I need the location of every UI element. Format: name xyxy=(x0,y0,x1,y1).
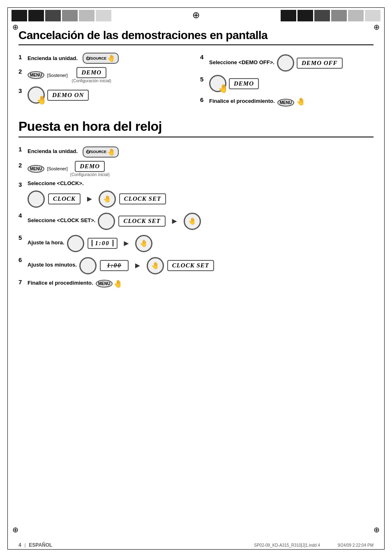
display-time-s5: 1:00 xyxy=(88,238,118,249)
source-button-s2[interactable]: ⏻/SOURCE 🤚 xyxy=(83,146,119,158)
step1-num: 1 xyxy=(18,53,26,60)
s2-step3-content: Seleccione <CLOCK>. CLOCK ► 🤚 CLOCK SET xyxy=(28,180,374,208)
display-demo-s2b: DEMO xyxy=(75,161,105,172)
knob-hand-s2-step6b: 🤚 xyxy=(151,262,159,269)
step6-label: Finalice el procedimiento. xyxy=(209,98,275,104)
menu-button-s6[interactable]: MENU xyxy=(277,99,294,107)
s2-step5: 5 Ajuste la hora. 1:00 ► 🤚 xyxy=(18,233,374,252)
s2-step2-num: 2 xyxy=(18,161,26,169)
file-info-text: SP02-09_KD-A315_R310[J]1.indd 4 xyxy=(254,543,320,548)
step6-content: Finalice el procedimiento. MENU 🤚 xyxy=(209,95,374,107)
section1-col-left: 1 Encienda la unidad. ⏻/SOURCE 🤚 2 xyxy=(18,53,192,110)
footer-file-info: SP02-09_KD-A315_R310[J]1.indd 4 9/24/09 … xyxy=(254,543,374,548)
s2-step3: 3 Seleccione <CLOCK>. CLOCK ► 🤚 CLOCK SE… xyxy=(18,180,374,208)
display-demo-s2: DEMO xyxy=(76,67,106,78)
knob-s2-step5b: 🤚 xyxy=(135,235,152,252)
menu-hand-s7: 🤚 xyxy=(113,279,122,288)
page-border-right xyxy=(384,7,385,550)
section1-step3: 3 🤚 DEMO ON xyxy=(18,86,192,104)
display-time-s6: 1:00 xyxy=(100,260,129,271)
menu-button-s2c[interactable]: MENU xyxy=(96,280,113,288)
step1-label: Encienda la unidad. xyxy=(28,55,78,61)
s2-step1-content: Encienda la unidad. ⏻/SOURCE 🤚 xyxy=(28,145,374,158)
time-cursor-s5b xyxy=(110,240,113,246)
s2-step4-num: 4 xyxy=(18,211,26,219)
s2-step4-label: Seleccione <CLOCK SET>. xyxy=(28,217,95,223)
knob-hand-step5: 🤚 xyxy=(218,84,228,93)
s2-step3-label: Seleccione <CLOCK>. xyxy=(28,180,84,186)
main-content: Cancelación de las demostraciones en pan… xyxy=(18,29,374,536)
s2-step1: 1 Encienda la unidad. ⏻/SOURCE 🤚 xyxy=(18,145,374,158)
step2-num: 2 xyxy=(18,67,26,75)
header-block-1 xyxy=(12,10,27,21)
header-block-r1 xyxy=(281,10,296,21)
s2-step6-label: Ajuste los minutos. xyxy=(28,262,77,268)
section2-title: Puesta en hora del reloj xyxy=(18,119,374,134)
menu-btn-label-s6: MENU xyxy=(280,100,292,105)
step6-num: 6 xyxy=(200,95,208,103)
header-block-6 xyxy=(96,10,111,21)
step1-content: Encienda la unidad. ⏻/SOURCE 🤚 xyxy=(28,53,192,64)
corner-compass-tr: ⊕ xyxy=(374,23,380,32)
step2-content: MENU [Sostener] DEMO (Configuración inic… xyxy=(28,67,192,83)
footer-separator: | xyxy=(25,543,26,548)
knob-s2-step3b: 🤚 xyxy=(99,190,116,208)
display-clock: CLOCK xyxy=(48,193,81,204)
section1-divider xyxy=(18,44,374,45)
knob-hand-s2-step5b: 🤚 xyxy=(140,239,148,247)
arrow-s2-step5: ► xyxy=(122,239,131,248)
knob-step4 xyxy=(277,54,294,72)
s2-step1-label: Encienda la unidad. xyxy=(28,148,78,154)
s2-step5-content: Ajuste la hora. 1:00 ► 🤚 xyxy=(28,233,374,252)
header-block-4 xyxy=(62,10,78,21)
header-block-5 xyxy=(79,10,95,21)
section1-step1: 1 Encienda la unidad. ⏻/SOURCE 🤚 xyxy=(18,53,192,64)
header-block-r6 xyxy=(365,10,380,21)
source-button[interactable]: ⏻/SOURCE 🤚 xyxy=(83,53,119,64)
menu-button-s2b[interactable]: MENU xyxy=(28,165,44,173)
page-num-area: 4 | ESPAÑOL xyxy=(18,542,52,548)
header-block-3 xyxy=(45,10,61,21)
section1-title: Cancelación de las demostraciones en pan… xyxy=(18,29,374,42)
step5-num: 5 xyxy=(200,75,208,83)
knob-hand-s2-step3b: 🤚 xyxy=(103,195,111,203)
display-clock-set-s6: CLOCK SET xyxy=(167,260,214,271)
page-border-left xyxy=(7,7,8,550)
display-demo-off: DEMO OFF xyxy=(297,58,343,69)
step3-num: 3 xyxy=(18,86,26,94)
source-btn-label-s2: ⏻/SOURCE xyxy=(86,150,106,154)
s2-step1-num: 1 xyxy=(18,145,26,153)
s2-step2-content: MENU [Sostener] DEMO (Configuración inic… xyxy=(28,161,374,177)
section2-divider xyxy=(18,137,374,137)
s2-step4-content: Seleccione <CLOCK SET>. CLOCK SET ► 🤚 xyxy=(28,211,374,230)
knob-hand-step3: 🤚 xyxy=(37,95,47,105)
knob-s2-step4 xyxy=(98,213,115,230)
menu-btn-label-s2b: MENU xyxy=(30,167,42,171)
s2-step4: 4 Seleccione <CLOCK SET>. CLOCK SET ► 🤚 xyxy=(18,211,374,230)
menu-button-s2[interactable]: MENU xyxy=(28,71,44,79)
s2-step3-num: 3 xyxy=(18,180,26,188)
sostener-label-s2b: [Sostener] xyxy=(47,166,67,171)
section1-step5: 5 🤚 DEMO xyxy=(200,75,374,92)
knob-step3: 🤚 xyxy=(28,86,45,104)
knob-s2-step6b: 🤚 xyxy=(147,257,164,274)
step3-content: 🤚 DEMO ON xyxy=(28,86,192,104)
knob-s2-step3 xyxy=(28,190,45,208)
menu-hand-s6: 🤚 xyxy=(296,97,305,106)
source-btn-hand: 🤚 xyxy=(107,54,115,62)
config-inicial-s2b: (Configuración inicial) xyxy=(70,172,110,177)
menu-btn-label-s2: MENU xyxy=(30,73,42,77)
time-display-s6: 1:00 xyxy=(107,262,122,269)
corner-compass-br: ⊕ xyxy=(374,525,380,534)
arrow-s2-step6: ► xyxy=(134,261,142,270)
config-inicial-s2: (Configuración inicial) xyxy=(72,79,111,83)
display-clock-set-s3: CLOCK SET xyxy=(119,193,166,204)
section2: Puesta en hora del reloj 1 Encienda la u… xyxy=(18,119,374,288)
s2-step6-num: 6 xyxy=(18,255,26,263)
header-blocks-left xyxy=(12,10,111,21)
s2-step7: 7 Finalice el procedimiento. MENU 🤚 xyxy=(18,278,374,288)
knob-hand-s2-step4b: 🤚 xyxy=(188,217,196,225)
section1-step4: 4 Seleccione <DEMO OFF>. DEMO OFF xyxy=(200,53,374,72)
s2-step6: 6 Ajuste los minutos. 1:00 ► 🤚 CLOCK SET xyxy=(18,255,374,274)
arrow-s2-step4: ► xyxy=(171,216,179,226)
